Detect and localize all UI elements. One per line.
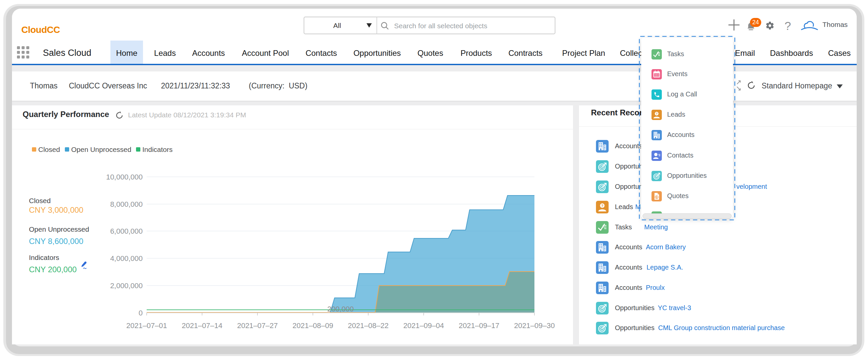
- svg-text:4,000,000: 4,000,000: [110, 254, 143, 263]
- svg-text:6,000,000: 6,000,000: [110, 227, 143, 235]
- svg-text:2021–09–30: 2021–09–30: [514, 321, 555, 330]
- svg-text:8,000,000: 8,000,000: [110, 200, 143, 208]
- svg-text:2021–09–17: 2021–09–17: [459, 321, 499, 330]
- svg-text:10,000,000: 10,000,000: [106, 173, 143, 181]
- svg-text:2021–07–01: 2021–07–01: [126, 321, 167, 330]
- svg-text:2021–08–09: 2021–08–09: [293, 321, 333, 330]
- svg-text:2021–07–14: 2021–07–14: [182, 321, 222, 330]
- svg-text:0: 0: [139, 309, 143, 317]
- svg-text:2021–09–04: 2021–09–04: [403, 321, 444, 330]
- svg-text:2021–07–27: 2021–07–27: [237, 321, 278, 330]
- svg-text:200,000: 200,000: [327, 305, 354, 313]
- svg-text:2021–08–22: 2021–08–22: [348, 321, 389, 330]
- svg-text:2,000,000: 2,000,000: [110, 282, 143, 290]
